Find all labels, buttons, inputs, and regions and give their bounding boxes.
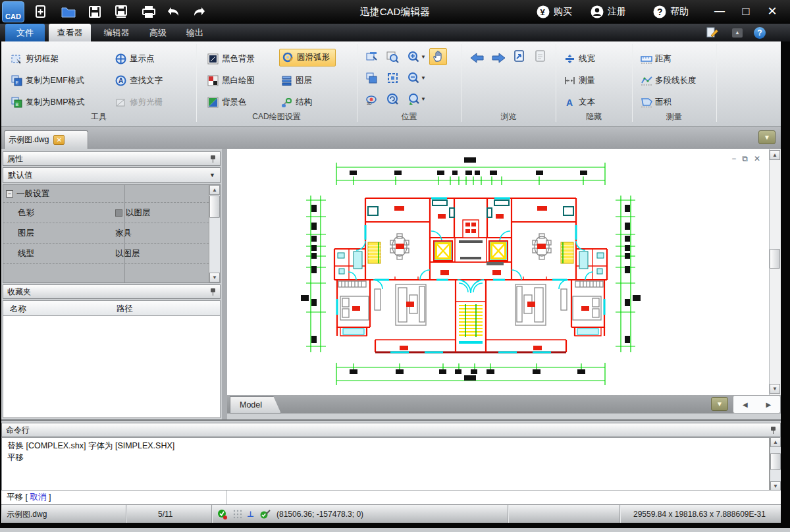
save-as-button[interactable] (112, 3, 130, 20)
rotate-view-icon[interactable] (384, 92, 401, 107)
collapse-section-icon[interactable]: − (6, 190, 13, 198)
scroll-up-icon[interactable]: ▲ (209, 185, 220, 195)
register-button[interactable]: 注册 (591, 0, 626, 24)
grid-icon[interactable] (232, 509, 243, 519)
tab-viewer[interactable]: 查看器 (49, 24, 91, 41)
layout-list-dropdown-icon[interactable]: ▼ (711, 397, 728, 411)
app-logo[interactable]: CAD (2, 1, 24, 22)
zoom-all-dropdown-icon[interactable]: ▼ (421, 96, 426, 102)
cancel-link[interactable]: 取消 (30, 492, 46, 502)
property-row-layer[interactable]: 图层 家具 (3, 223, 209, 244)
command-input-row[interactable]: 平移 [ 取消 ] (1, 490, 781, 504)
pin-icon[interactable] (210, 288, 216, 296)
ribbon-find-text-button[interactable]: A 查找文字 (113, 72, 165, 90)
print-button[interactable] (140, 3, 158, 20)
canvas-vscrollbar[interactable]: ▲ ▼ (769, 149, 781, 395)
redo-button[interactable] (190, 3, 208, 20)
tab-advanced[interactable]: 高级 (142, 24, 174, 41)
canvas-hscroll[interactable]: ◀ ▶ (733, 395, 781, 413)
ribbon-structure-button[interactable]: 结构 (279, 93, 314, 111)
close-button[interactable]: ✕ (762, 3, 782, 20)
zoom-extents-icon[interactable] (384, 70, 401, 86)
drawing-canvas[interactable]: −⧉✕ (227, 149, 781, 395)
ribbon-copy-bmp-button[interactable]: B 复制为BMP格式 (9, 93, 87, 111)
scroll-thumb[interactable] (770, 453, 781, 470)
zoom-all-icon[interactable] (406, 92, 422, 107)
ribbon-layers-button[interactable]: 图层 (279, 72, 314, 90)
scroll-up-icon[interactable]: ▲ (770, 150, 780, 160)
zoom-in-dropdown-icon[interactable]: ▼ (421, 54, 426, 60)
yen-icon: ¥ (537, 5, 550, 18)
new-file-button[interactable] (32, 3, 50, 20)
column-path[interactable]: 路径 (117, 304, 133, 315)
open-file-button[interactable] (59, 3, 78, 20)
ortho-icon[interactable]: ⊥ (247, 510, 254, 519)
zoom-window-icon[interactable] (384, 49, 401, 65)
ribbon-bw-drawing-button[interactable]: 黑白绘图 (205, 72, 257, 90)
ribbon-area-button[interactable]: 面积 (639, 93, 673, 111)
ribbon-show-points-button[interactable]: 显示点 (113, 50, 157, 68)
zoom-out-dropdown-icon[interactable]: ▼ (421, 75, 426, 81)
tab-editor[interactable]: 编辑器 (96, 24, 137, 41)
snap-marker-icon[interactable] (217, 509, 228, 520)
style-edit-icon[interactable] (706, 26, 719, 42)
document-tab-close-icon[interactable]: ✕ (53, 135, 65, 145)
ribbon-black-bg-button[interactable]: 黑色背景 (205, 50, 257, 68)
favorites-list[interactable] (3, 316, 221, 418)
help-button[interactable]: ? 帮助 (653, 0, 689, 24)
document-tab[interactable]: 示例图.dwg ✕ (4, 130, 88, 149)
minimize-button[interactable]: — (710, 3, 729, 20)
goto-page-icon[interactable] (511, 49, 527, 64)
help-circle-icon[interactable]: ? (754, 27, 766, 39)
pin-icon[interactable] (210, 155, 216, 163)
zoom-out-icon[interactable] (406, 70, 422, 86)
pin-icon[interactable] (770, 427, 776, 434)
scroll-thumb[interactable] (209, 196, 220, 218)
properties-section-row[interactable]: −一般设置 (3, 185, 209, 203)
ribbon-distance-button[interactable]: 距离 (639, 50, 673, 68)
save-button[interactable] (86, 3, 104, 20)
ribbon-polyline-length-button[interactable]: 多段线长度 (639, 72, 698, 90)
rotate-3d-icon[interactable]: 3D (363, 92, 380, 107)
scroll-down-icon[interactable]: ▼ (770, 384, 780, 394)
pan-window-icon[interactable] (363, 49, 380, 65)
buy-button[interactable]: ¥ 购买 (537, 0, 572, 24)
panel-splitter[interactable] (222, 149, 227, 419)
osnap-icon[interactable] (259, 509, 271, 519)
collapse-ribbon-icon[interactable]: ▲ (732, 28, 743, 38)
model-tab[interactable]: Model (230, 396, 281, 413)
tab-output[interactable]: 输出 (179, 24, 211, 41)
command-scrollbar[interactable]: ▲ ▼ (770, 437, 781, 491)
scroll-left-icon[interactable]: ◀ (743, 401, 748, 408)
undo-button[interactable] (165, 3, 183, 20)
property-row-linetype[interactable]: 线型 以图层 (3, 244, 209, 264)
zoom-in-icon[interactable] (406, 49, 422, 65)
tab-file[interactable]: 文件 (5, 24, 45, 41)
ribbon-copy-emf-button[interactable]: E 复制为EMF格式 (9, 72, 86, 90)
properties-scrollbar[interactable]: ▲ ▼ (209, 185, 220, 282)
forward-arrow-icon[interactable] (490, 50, 506, 65)
ribbon-hide-text-button[interactable]: A 文本 (562, 93, 597, 111)
ribbon-clip-frame-button[interactable]: 剪切框架 (9, 50, 61, 68)
ribbon-hide-measure-button[interactable]: 测量 (562, 72, 597, 90)
back-arrow-icon[interactable] (469, 50, 485, 65)
ribbon-smooth-arc-button[interactable]: 圆滑弧形 (279, 49, 336, 66)
scroll-thumb[interactable] (770, 249, 780, 269)
favorites-header[interactable]: 收藏夹 (3, 284, 221, 299)
windows-cascade-icon[interactable] (363, 70, 380, 86)
pan-hand-icon[interactable] (429, 48, 447, 65)
scroll-down-icon[interactable]: ▼ (209, 273, 220, 282)
command-history[interactable]: 替换 [COMPLEX.shx] 字体为 [SIMPLEX.SHX] 平移 (1, 437, 770, 491)
scroll-right-icon[interactable]: ▶ (766, 401, 771, 408)
ribbon-bg-color-button[interactable]: 背景色 (205, 93, 249, 111)
property-row-color[interactable]: 色彩 以图层 (3, 203, 209, 223)
scroll-up-icon[interactable]: ▲ (770, 437, 781, 447)
ribbon-lineweight-button[interactable]: 线宽 (562, 50, 597, 68)
properties-header[interactable]: 属性 (3, 151, 221, 166)
tab-list-dropdown-icon[interactable]: ▼ (758, 130, 776, 144)
column-name[interactable]: 名称 (10, 304, 26, 315)
status-bar: 示例图.dwg 5/11 ⊥ (81506.36; -157478.3; 0) … (1, 504, 781, 523)
properties-preset-dropdown[interactable]: 默认值▼ (3, 167, 221, 183)
command-header[interactable]: 命令行 (1, 423, 781, 437)
maximize-button[interactable]: □ (736, 3, 756, 20)
